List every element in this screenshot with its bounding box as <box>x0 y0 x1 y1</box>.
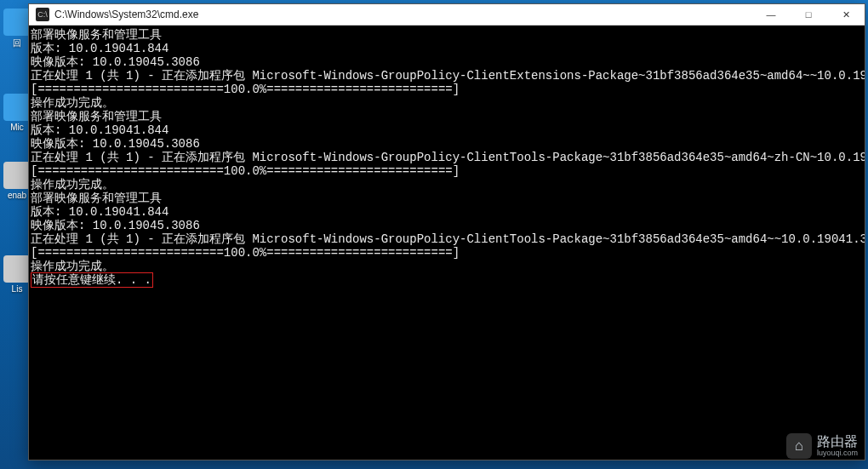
text-file-icon <box>3 255 31 283</box>
terminal-line: 部署映像服务和管理工具 <box>31 110 863 123</box>
desktop-icon-label: Mic <box>10 123 24 132</box>
cmd-icon: C:\ <box>36 8 49 21</box>
watermark-title: 路由器 <box>817 435 858 449</box>
minimize-button[interactable]: — <box>752 4 790 25</box>
cmd-window: C:\ C:\Windows\System32\cmd.exe — □ ✕ 部署… <box>28 3 865 460</box>
desktop-icon-label: 回 <box>13 38 21 48</box>
terminal-output[interactable]: 部署映像服务和管理工具版本: 10.0.19041.844映像版本: 10.0.… <box>29 26 865 460</box>
terminal-text: 部署映像服务和管理工具版本: 10.0.19041.844映像版本: 10.0.… <box>29 26 865 288</box>
desktop-icon-label: Lis <box>12 284 23 294</box>
terminal-line: [==========================100.0%=======… <box>31 83 863 96</box>
terminal-line: 映像版本: 10.0.19045.3086 <box>31 55 863 69</box>
terminal-line: 部署映像服务和管理工具 <box>31 192 863 205</box>
terminal-line: 正在处理 1 (共 1) - 正在添加程序包 Microsoft-Windows… <box>31 232 863 246</box>
terminal-line: 映像版本: 10.0.19045.3086 <box>31 137 863 151</box>
terminal-line: 版本: 10.0.19041.844 <box>31 205 863 219</box>
terminal-line: 正在处理 1 (共 1) - 正在添加程序包 Microsoft-Windows… <box>31 151 863 164</box>
close-button[interactable]: ✕ <box>827 4 865 25</box>
edge-icon <box>3 94 31 121</box>
maximize-button[interactable]: □ <box>790 4 827 25</box>
terminal-line: 部署映像服务和管理工具 <box>31 28 863 42</box>
terminal-line: 操作成功完成。 <box>31 260 863 273</box>
terminal-line: [==========================100.0%=======… <box>31 164 863 178</box>
desktop-icon-label: enab <box>8 191 26 200</box>
terminal-line: 映像版本: 10.0.19045.3086 <box>31 219 863 232</box>
terminal-line: [==========================100.0%=======… <box>31 246 863 260</box>
watermark: ⌂ 路由器 luyouqi.com <box>786 433 858 459</box>
terminal-line: 操作成功完成。 <box>31 96 863 110</box>
press-any-key-highlight: 请按任意键继续. . . <box>31 272 153 288</box>
router-icon: ⌂ <box>786 433 812 459</box>
terminal-line: 版本: 10.0.19041.844 <box>31 42 863 55</box>
terminal-line: 正在处理 1 (共 1) - 正在添加程序包 Microsoft-Windows… <box>31 69 863 83</box>
file-icon <box>3 162 31 189</box>
terminal-line: 操作成功完成。 <box>31 178 863 192</box>
window-title: C:\Windows\System32\cmd.exe <box>54 9 198 20</box>
watermark-subtitle: luyouqi.com <box>817 449 858 457</box>
titlebar[interactable]: C:\ C:\Windows\System32\cmd.exe — □ ✕ <box>29 4 865 26</box>
recycle-bin-icon <box>3 9 31 36</box>
terminal-line: 版本: 10.0.19041.844 <box>31 123 863 137</box>
terminal-line: 请按任意键继续. . . <box>31 273 863 288</box>
